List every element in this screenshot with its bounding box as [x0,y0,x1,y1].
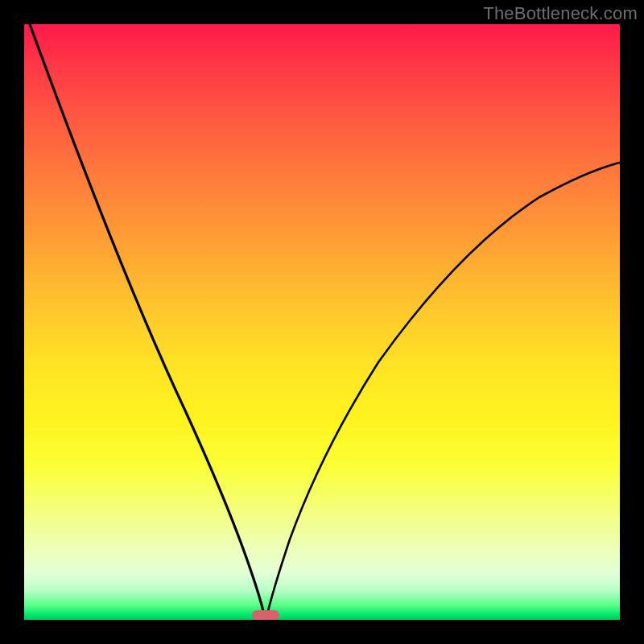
watermark-text: TheBottleneck.com [483,3,638,24]
right-curve [267,163,620,614]
bottleneck-marker [252,610,279,620]
left-curve [30,24,264,614]
chart-frame: TheBottleneck.com [0,0,644,644]
curve-layer [24,24,620,620]
